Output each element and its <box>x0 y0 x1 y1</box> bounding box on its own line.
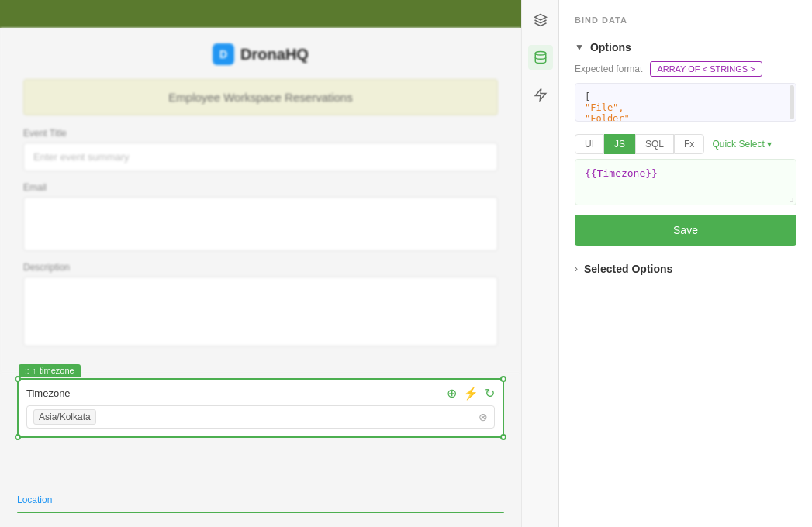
description-label: Description <box>23 262 498 273</box>
quick-select-label: Quick Select <box>712 139 764 150</box>
timezone-tag: Asia/Kolkata <box>33 409 96 425</box>
options-chevron-icon[interactable]: ▼ <box>575 42 584 53</box>
sidebar-database-icon[interactable] <box>528 45 553 70</box>
timezone-widget: :: ↑ timezone Timezone ⊕ ⚡ ↻ Asia/Kolkat… <box>17 378 504 438</box>
widget-icons: ⊕ ⚡ ↻ <box>447 386 495 401</box>
sidebar-settings-icon[interactable] <box>528 8 553 33</box>
db-icon[interactable]: ⊕ <box>447 386 457 401</box>
format-badge: ARRAY OF < STRINGS > <box>650 61 762 77</box>
tab-ui[interactable]: UI <box>575 134 604 154</box>
form-title-bar: Employee Workspace Reservations <box>23 79 498 115</box>
brand-row: D DronaHQ <box>23 43 498 65</box>
bind-data-title: BIND DATA <box>575 16 627 25</box>
timezone-widget-title: Timezone <box>26 388 71 399</box>
corner-handle-br[interactable] <box>500 434 506 440</box>
code-preview: [ "File", "Folder" <box>575 83 796 122</box>
code-str-folder: "Folder" <box>585 113 630 122</box>
code-line-3: "Folder" <box>585 113 786 122</box>
code-str-file: "File", <box>585 102 624 113</box>
save-button[interactable]: Save <box>575 215 796 246</box>
event-title-input[interactable]: Enter event summary <box>23 143 498 171</box>
handle-arrow: ↑ <box>33 366 37 375</box>
tabs-row: UI JS SQL Fx Quick Select ▾ <box>559 129 812 159</box>
event-title-label: Event Title <box>23 128 498 139</box>
code-preview-scrollbar <box>790 85 794 119</box>
timezone-tag-input[interactable]: Asia/Kolkata ⊗ <box>26 405 495 429</box>
location-underline <box>17 512 504 513</box>
bolt-icon[interactable]: ⚡ <box>463 386 479 401</box>
expected-format-label: Expected format <box>575 64 642 74</box>
svg-point-0 <box>535 52 546 56</box>
description-input[interactable] <box>23 277 498 346</box>
corner-handle-bl[interactable] <box>15 434 21 440</box>
widget-header: Timezone ⊕ ⚡ ↻ <box>19 380 503 405</box>
corner-handle-tl[interactable] <box>15 376 21 382</box>
widget-body: Asia/Kolkata ⊗ <box>19 405 503 436</box>
sidebar-icons <box>521 0 558 527</box>
corner-handle-tr[interactable] <box>500 376 506 382</box>
js-template-code: {{Timezone}} <box>585 167 658 179</box>
tab-fx[interactable]: Fx <box>674 134 704 154</box>
code-line-1: [ <box>585 91 786 102</box>
tag-clear-icon[interactable]: ⊗ <box>479 411 488 423</box>
top-bar <box>0 0 521 28</box>
options-section-title: Options <box>590 41 631 53</box>
selected-options-chevron-icon[interactable]: › <box>575 264 578 274</box>
js-editor[interactable]: {{Timezone}} ⌟ <box>575 159 796 205</box>
tab-js[interactable]: JS <box>604 134 635 154</box>
handle-dots: :: <box>25 367 29 375</box>
brand-name: DronaHQ <box>240 46 309 64</box>
email-label: Email <box>23 182 498 193</box>
right-panel: BIND DATA ▼ Options Expected format ARRA… <box>558 0 812 527</box>
options-section-row: ▼ Options <box>559 33 812 58</box>
quick-select-chevron-icon: ▾ <box>767 139 772 150</box>
tab-sql[interactable]: SQL <box>635 134 674 154</box>
left-panel: D DronaHQ Employee Workspace Reservation… <box>0 0 521 527</box>
code-line-2: "File", <box>585 102 786 113</box>
selected-options-section-row: › Selected Options <box>559 258 812 280</box>
refresh-icon[interactable]: ↻ <box>485 386 495 401</box>
expected-format-row: Expected format ARRAY OF < STRINGS > <box>559 58 812 83</box>
handle-label: timezone <box>40 366 74 375</box>
widget-handle: :: ↑ timezone <box>19 364 81 377</box>
quick-select-button[interactable]: Quick Select ▾ <box>712 139 771 150</box>
form-area: D DronaHQ Employee Workspace Reservation… <box>0 28 521 373</box>
selected-options-title: Selected Options <box>584 263 672 275</box>
location-label: Location <box>17 494 52 505</box>
email-input[interactable] <box>23 197 498 251</box>
sidebar-lightning-icon[interactable] <box>528 82 553 107</box>
js-editor-resize-handle[interactable]: ⌟ <box>789 192 794 203</box>
bind-data-header: BIND DATA <box>559 0 812 33</box>
brand-icon: D <box>213 43 234 65</box>
